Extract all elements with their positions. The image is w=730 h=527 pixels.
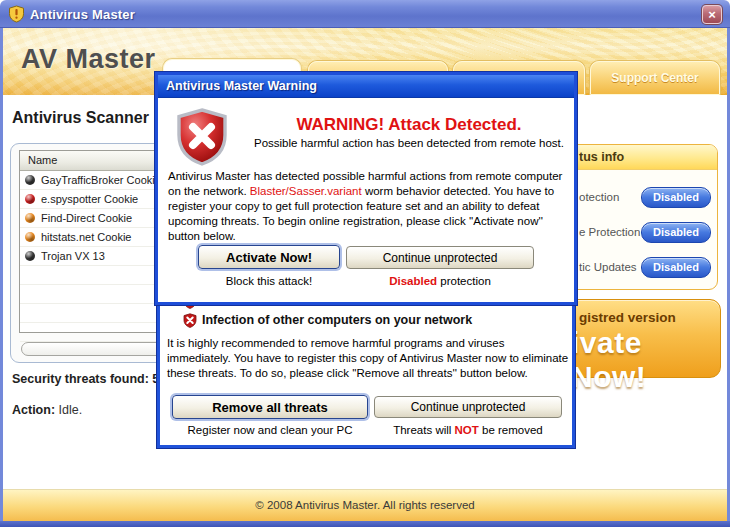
threat-name: hitstats.net Cookie: [41, 231, 132, 243]
activate-now-banner[interactable]: gistred version ivate Now!: [558, 299, 721, 378]
action-label: Action:: [12, 403, 55, 417]
antivirus-master-window: Antivirus Master × AV Master Support Cen…: [0, 0, 730, 527]
threats-found-label: Security threats found:: [12, 372, 149, 386]
warning-subheading: Possible harmful action has been detecte…: [248, 137, 570, 149]
activate-now-button[interactable]: Activate Now!: [198, 245, 340, 269]
window-title: Antivirus Master: [30, 7, 135, 22]
continue-unprotected-button[interactable]: Continue unprotected: [374, 396, 562, 418]
caption-rest: protection: [437, 275, 491, 287]
threat-severity-icon: [25, 213, 35, 223]
status-label: e Protection: [579, 226, 640, 238]
threat-severity-icon: [25, 175, 35, 185]
status-info-panel: tus info otection Disabled e Protection …: [558, 144, 718, 290]
threat-name: Find-Direct Cookie: [41, 212, 132, 224]
threat-severity-icon: [25, 251, 35, 261]
threat-severity-icon: [25, 232, 35, 242]
threat-name: e.spyspotter Cookie: [41, 193, 138, 205]
disabled-status-button[interactable]: Disabled: [641, 222, 711, 243]
attack-warning-dialog: Antivirus Master Warning WARNING! Attack…: [155, 72, 577, 305]
status-label: tic Updates: [579, 261, 637, 273]
close-icon[interactable]: ×: [702, 5, 722, 24]
threat-name: GayTrafficBroker Cookie: [41, 174, 161, 186]
status-info-header: tus info: [559, 145, 717, 170]
status-row: otection Disabled: [559, 187, 717, 211]
app-logo: AV Master: [21, 44, 156, 75]
threat-severity-icon: [25, 194, 35, 204]
remove-caption-text: Register now and clean your PC: [188, 424, 353, 436]
status-row: tic Updates Disabled: [559, 257, 717, 281]
caption-not: NOT: [455, 424, 479, 436]
remove-all-threats-button[interactable]: Remove all threats: [172, 395, 368, 419]
caption-disabled: Disabled: [389, 275, 437, 287]
action-value: Idle.: [59, 403, 83, 417]
remove-threats-body: It is highly recommended to remove harmf…: [167, 336, 569, 381]
warning-heading: WARNING! Attack Detected.: [248, 115, 570, 135]
window-frame-bottom: [0, 521, 730, 527]
activate-now-label: ivate Now!: [571, 326, 720, 394]
status-row: e Protection Disabled: [559, 222, 717, 246]
tab-support-center[interactable]: Support Center: [590, 61, 720, 95]
disabled-status-button[interactable]: Disabled: [641, 187, 711, 208]
continue-button-caption: Threats will NOT be removed: [374, 424, 562, 436]
caption-post: be removed: [479, 424, 543, 436]
caption-pre: Threats will: [393, 424, 454, 436]
threats-found-status: Security threats found: 5: [12, 372, 159, 386]
shield-warning-icon: [8, 5, 25, 23]
unregistered-version-label: gistred version: [579, 310, 676, 325]
dialog-titlebar: Antivirus Master Warning: [158, 75, 574, 98]
warning-body: Antivirus Master has detected possible h…: [168, 169, 570, 244]
red-shield-x-icon: [175, 108, 229, 166]
dialog-title: Antivirus Master Warning: [166, 79, 317, 93]
window-titlebar: Antivirus Master ×: [0, 0, 730, 28]
continue-unprotected-button[interactable]: Continue unprotected: [346, 246, 534, 269]
risk-bullet-2: Infection of other computers on your net…: [202, 313, 472, 327]
remove-button-caption: Register now and clean your PC: [172, 424, 368, 436]
warning-body-threat-name: Blaster/Sasser.variant: [250, 185, 362, 197]
threat-shield-icon: [183, 313, 197, 328]
disabled-status-button[interactable]: Disabled: [641, 257, 711, 278]
footer-copyright: © 2008 Antivirus Master. All rights rese…: [3, 489, 727, 521]
action-status: Action: Idle.: [12, 403, 82, 417]
activate-caption-text: Block this attack!: [226, 275, 312, 287]
activate-button-caption: Block this attack!: [198, 275, 340, 287]
threat-name: Trojan VX 13: [41, 250, 105, 262]
page-title: Antivirus Scanner: [12, 109, 149, 127]
status-label: otection: [579, 191, 619, 203]
continue-button-caption: Disabled protection: [346, 275, 534, 287]
